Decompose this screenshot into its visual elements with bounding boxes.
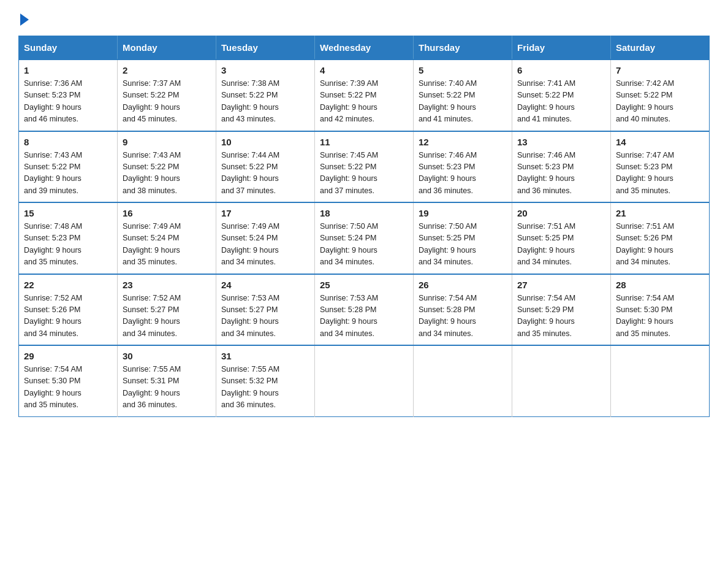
- day-number: 5: [419, 65, 507, 75]
- day-info: Sunrise: 7:52 AM Sunset: 5:26 PM Dayligh…: [24, 293, 112, 340]
- day-info: Sunrise: 7:38 AM Sunset: 5:22 PM Dayligh…: [221, 78, 309, 126]
- day-cell: 12 Sunrise: 7:46 AM Sunset: 5:23 PM Dayl…: [414, 131, 512, 203]
- day-info: Sunrise: 7:46 AM Sunset: 5:23 PM Dayligh…: [517, 150, 605, 197]
- day-cell: 1 Sunrise: 7:36 AM Sunset: 5:23 PM Dayli…: [19, 59, 118, 131]
- day-number: 8: [24, 137, 112, 147]
- day-info: Sunrise: 7:43 AM Sunset: 5:22 PM Dayligh…: [123, 150, 211, 197]
- day-number: 30: [123, 351, 211, 361]
- day-info: Sunrise: 7:48 AM Sunset: 5:23 PM Dayligh…: [24, 221, 112, 269]
- header-sunday: Sunday: [19, 36, 118, 60]
- day-cell: 17 Sunrise: 7:49 AM Sunset: 5:24 PM Dayl…: [216, 202, 315, 274]
- day-info: Sunrise: 7:51 AM Sunset: 5:25 PM Dayligh…: [517, 221, 605, 269]
- day-cell: 8 Sunrise: 7:43 AM Sunset: 5:22 PM Dayli…: [19, 131, 118, 203]
- day-number: 13: [517, 137, 605, 147]
- day-info: Sunrise: 7:54 AM Sunset: 5:30 PM Dayligh…: [24, 364, 112, 412]
- day-info: Sunrise: 7:46 AM Sunset: 5:23 PM Dayligh…: [419, 150, 507, 197]
- day-cell: 27 Sunrise: 7:54 AM Sunset: 5:29 PM Dayl…: [512, 274, 611, 346]
- day-cell: [414, 345, 512, 416]
- day-cell: 10 Sunrise: 7:44 AM Sunset: 5:22 PM Dayl…: [216, 131, 315, 203]
- day-number: 2: [123, 65, 211, 75]
- day-info: Sunrise: 7:54 AM Sunset: 5:29 PM Dayligh…: [517, 293, 605, 340]
- day-info: Sunrise: 7:39 AM Sunset: 5:22 PM Dayligh…: [320, 78, 408, 126]
- day-number: 25: [320, 280, 408, 290]
- day-info: Sunrise: 7:53 AM Sunset: 5:28 PM Dayligh…: [320, 293, 408, 340]
- day-info: Sunrise: 7:42 AM Sunset: 5:22 PM Dayligh…: [616, 78, 704, 126]
- day-cell: 22 Sunrise: 7:52 AM Sunset: 5:26 PM Dayl…: [19, 274, 118, 346]
- day-number: 6: [517, 65, 605, 75]
- day-cell: 19 Sunrise: 7:50 AM Sunset: 5:25 PM Dayl…: [414, 202, 512, 274]
- day-cell: [512, 345, 611, 416]
- day-cell: 5 Sunrise: 7:40 AM Sunset: 5:22 PM Dayli…: [414, 59, 512, 131]
- day-cell: [611, 345, 710, 416]
- week-row-3: 15 Sunrise: 7:48 AM Sunset: 5:23 PM Dayl…: [19, 202, 710, 274]
- day-number: 10: [221, 137, 309, 147]
- week-row-5: 29 Sunrise: 7:54 AM Sunset: 5:30 PM Dayl…: [19, 345, 710, 416]
- day-cell: 20 Sunrise: 7:51 AM Sunset: 5:25 PM Dayl…: [512, 202, 611, 274]
- day-info: Sunrise: 7:51 AM Sunset: 5:26 PM Dayligh…: [616, 221, 704, 269]
- day-info: Sunrise: 7:45 AM Sunset: 5:22 PM Dayligh…: [320, 150, 408, 197]
- day-info: Sunrise: 7:54 AM Sunset: 5:30 PM Dayligh…: [616, 293, 704, 340]
- day-cell: 21 Sunrise: 7:51 AM Sunset: 5:26 PM Dayl…: [611, 202, 710, 274]
- day-info: Sunrise: 7:41 AM Sunset: 5:22 PM Dayligh…: [517, 78, 605, 126]
- logo: [18, 12, 29, 23]
- day-info: Sunrise: 7:49 AM Sunset: 5:24 PM Dayligh…: [221, 221, 309, 269]
- day-info: Sunrise: 7:44 AM Sunset: 5:22 PM Dayligh…: [221, 150, 309, 197]
- day-cell: 11 Sunrise: 7:45 AM Sunset: 5:22 PM Dayl…: [315, 131, 414, 203]
- logo-arrow-icon: [20, 13, 29, 26]
- day-cell: 14 Sunrise: 7:47 AM Sunset: 5:23 PM Dayl…: [611, 131, 710, 203]
- day-number: 29: [24, 351, 112, 361]
- day-cell: 15 Sunrise: 7:48 AM Sunset: 5:23 PM Dayl…: [19, 202, 118, 274]
- day-cell: 24 Sunrise: 7:53 AM Sunset: 5:27 PM Dayl…: [216, 274, 315, 346]
- day-info: Sunrise: 7:50 AM Sunset: 5:25 PM Dayligh…: [419, 221, 507, 269]
- day-info: Sunrise: 7:55 AM Sunset: 5:32 PM Dayligh…: [221, 364, 309, 412]
- day-cell: 4 Sunrise: 7:39 AM Sunset: 5:22 PM Dayli…: [315, 59, 414, 131]
- day-info: Sunrise: 7:49 AM Sunset: 5:24 PM Dayligh…: [123, 221, 211, 269]
- page-header: [18, 12, 710, 23]
- day-number: 1: [24, 65, 112, 75]
- day-info: Sunrise: 7:37 AM Sunset: 5:22 PM Dayligh…: [123, 78, 211, 126]
- day-number: 20: [517, 208, 605, 218]
- day-info: Sunrise: 7:53 AM Sunset: 5:27 PM Dayligh…: [221, 293, 309, 340]
- calendar-table: SundayMondayTuesdayWednesdayThursdayFrid…: [18, 36, 710, 417]
- day-cell: 2 Sunrise: 7:37 AM Sunset: 5:22 PM Dayli…: [118, 59, 216, 131]
- header-thursday: Thursday: [414, 36, 512, 60]
- day-info: Sunrise: 7:36 AM Sunset: 5:23 PM Dayligh…: [24, 78, 112, 126]
- week-row-4: 22 Sunrise: 7:52 AM Sunset: 5:26 PM Dayl…: [19, 274, 710, 346]
- day-cell: 9 Sunrise: 7:43 AM Sunset: 5:22 PM Dayli…: [118, 131, 216, 203]
- day-cell: 29 Sunrise: 7:54 AM Sunset: 5:30 PM Dayl…: [19, 345, 118, 416]
- day-cell: 16 Sunrise: 7:49 AM Sunset: 5:24 PM Dayl…: [118, 202, 216, 274]
- day-number: 31: [221, 351, 309, 361]
- day-number: 14: [616, 137, 704, 147]
- day-number: 21: [616, 208, 704, 218]
- day-cell: 7 Sunrise: 7:42 AM Sunset: 5:22 PM Dayli…: [611, 59, 710, 131]
- day-number: 16: [123, 208, 211, 218]
- day-cell: 28 Sunrise: 7:54 AM Sunset: 5:30 PM Dayl…: [611, 274, 710, 346]
- day-info: Sunrise: 7:43 AM Sunset: 5:22 PM Dayligh…: [24, 150, 112, 197]
- header-saturday: Saturday: [611, 36, 710, 60]
- day-number: 22: [24, 280, 112, 290]
- day-cell: [315, 345, 414, 416]
- day-number: 15: [24, 208, 112, 218]
- day-number: 26: [419, 280, 507, 290]
- week-row-2: 8 Sunrise: 7:43 AM Sunset: 5:22 PM Dayli…: [19, 131, 710, 203]
- day-number: 17: [221, 208, 309, 218]
- header-friday: Friday: [512, 36, 611, 60]
- day-cell: 23 Sunrise: 7:52 AM Sunset: 5:27 PM Dayl…: [118, 274, 216, 346]
- week-row-1: 1 Sunrise: 7:36 AM Sunset: 5:23 PM Dayli…: [19, 59, 710, 131]
- day-info: Sunrise: 7:55 AM Sunset: 5:31 PM Dayligh…: [123, 364, 211, 412]
- day-cell: 3 Sunrise: 7:38 AM Sunset: 5:22 PM Dayli…: [216, 59, 315, 131]
- day-cell: 13 Sunrise: 7:46 AM Sunset: 5:23 PM Dayl…: [512, 131, 611, 203]
- header-tuesday: Tuesday: [216, 36, 315, 60]
- day-number: 4: [320, 65, 408, 75]
- calendar-body: 1 Sunrise: 7:36 AM Sunset: 5:23 PM Dayli…: [19, 59, 710, 416]
- day-number: 7: [616, 65, 704, 75]
- day-info: Sunrise: 7:40 AM Sunset: 5:22 PM Dayligh…: [419, 78, 507, 126]
- day-cell: 30 Sunrise: 7:55 AM Sunset: 5:31 PM Dayl…: [118, 345, 216, 416]
- day-number: 28: [616, 280, 704, 290]
- day-number: 9: [123, 137, 211, 147]
- day-info: Sunrise: 7:54 AM Sunset: 5:28 PM Dayligh…: [419, 293, 507, 340]
- day-cell: 31 Sunrise: 7:55 AM Sunset: 5:32 PM Dayl…: [216, 345, 315, 416]
- day-info: Sunrise: 7:52 AM Sunset: 5:27 PM Dayligh…: [123, 293, 211, 340]
- day-number: 11: [320, 137, 408, 147]
- calendar-header-row: SundayMondayTuesdayWednesdayThursdayFrid…: [19, 36, 710, 60]
